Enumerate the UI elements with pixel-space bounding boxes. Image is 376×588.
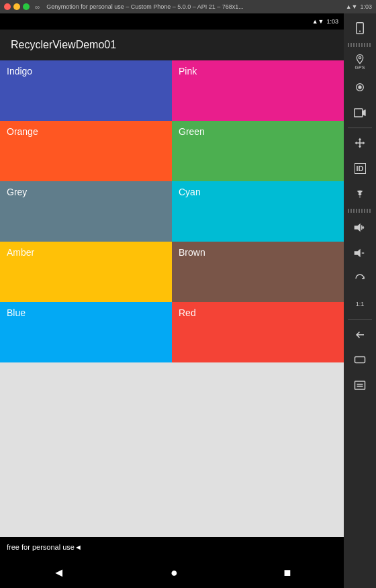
app-bar: RecyclerViewDemo01: [0, 30, 344, 60]
sidebar-phone-button[interactable]: [346, 16, 373, 40]
gps-label: GPS: [355, 65, 365, 70]
title-bar: ∞ Genymotion for personal use – Custom P…: [0, 0, 376, 13]
time-display: 1:03: [360, 3, 372, 10]
color-cell-cyan[interactable]: Cyan: [172, 181, 344, 242]
color-label-red: Red: [179, 307, 196, 318]
sidebar-move-button[interactable]: [346, 131, 373, 155]
genymotion-sidebar: GPS ID 1:1: [344, 13, 376, 588]
back-nav-button[interactable]: ◄: [53, 566, 65, 580]
svg-marker-10: [355, 249, 361, 257]
color-label-blue: Blue: [7, 307, 26, 318]
sidebar-vol-up-button[interactable]: [346, 215, 373, 240]
title-bar-left: ∞ Genymotion for personal use – Custom P…: [4, 3, 244, 11]
color-grid: Indigo Pink Orange Green Grey Cyan Amber…: [0, 60, 344, 362]
svg-rect-13: [355, 381, 365, 389]
status-bar: ▲▼ 1:03: [0, 13, 344, 30]
scale-icon: 1:1: [356, 301, 365, 307]
svg-rect-0: [357, 23, 364, 34]
color-cell-pink[interactable]: Pink: [172, 60, 344, 121]
recents-nav-button[interactable]: ■: [283, 566, 291, 580]
watermark-bar: free for personal use◄: [0, 537, 344, 557]
status-time: 1:03: [326, 18, 338, 25]
svg-rect-4: [355, 109, 363, 117]
close-button[interactable]: [4, 3, 11, 10]
color-cell-green[interactable]: Green: [172, 121, 344, 181]
app-title: RecyclerViewDemo01: [11, 39, 116, 51]
color-label-pink: Pink: [179, 66, 197, 77]
color-label-grey: Grey: [7, 187, 27, 197]
color-cell-amber[interactable]: Amber: [0, 242, 172, 302]
color-label-green: Green: [179, 126, 205, 137]
svg-point-3: [359, 86, 361, 89]
svg-marker-6: [355, 224, 361, 232]
sidebar-divider-top: [348, 43, 372, 47]
sidebar-gps-button[interactable]: GPS: [346, 50, 373, 74]
color-cell-brown[interactable]: Brown: [172, 242, 344, 302]
sidebar-home-button[interactable]: [346, 348, 373, 372]
wifi-status-icon: ▲▼: [346, 3, 358, 10]
minimize-button[interactable]: [13, 3, 20, 10]
sidebar-video-button[interactable]: [346, 101, 373, 125]
home-nav-button[interactable]: ●: [171, 566, 178, 580]
color-label-orange: Orange: [7, 126, 38, 137]
title-bar-right: ▲▼ 1:03: [346, 3, 372, 10]
sidebar-vol-down-button[interactable]: [346, 241, 373, 265]
empty-content-area: [0, 362, 344, 537]
window-title: Genymotion for personal use – Custom Pho…: [46, 3, 244, 10]
color-cell-red[interactable]: Red: [172, 302, 344, 362]
watermark-text: free for personal use◄: [7, 543, 82, 551]
color-label-cyan: Cyan: [179, 187, 201, 197]
sidebar-back-button[interactable]: [346, 322, 373, 346]
sidebar-rotate-button[interactable]: [346, 266, 373, 291]
color-cell-indigo[interactable]: Indigo: [0, 60, 172, 121]
sidebar-camera-button[interactable]: [346, 75, 373, 99]
color-label-amber: Amber: [7, 247, 34, 258]
phone-screen: ▲▼ 1:03 RecyclerViewDemo01 Indigo Pink O…: [0, 13, 344, 588]
sidebar-menu-button[interactable]: [346, 373, 373, 397]
sidebar-wifi-button[interactable]: [346, 182, 373, 206]
color-label-indigo: Indigo: [7, 66, 32, 77]
svg-rect-12: [355, 357, 365, 363]
color-cell-blue[interactable]: Blue: [0, 302, 172, 362]
infinity-icon: ∞: [35, 3, 40, 11]
sidebar-divider-3: [348, 319, 372, 320]
sidebar-id-button[interactable]: ID: [346, 156, 373, 181]
maximize-button[interactable]: [23, 3, 30, 10]
id-icon: ID: [355, 163, 366, 174]
sidebar-divider-2: [348, 209, 372, 213]
status-bar-icons: ▲▼ 1:03: [312, 18, 338, 25]
nav-bar[interactable]: ◄ ● ■: [0, 557, 344, 588]
signal-icon: ▲▼: [312, 18, 324, 25]
sidebar-divider-1: [348, 128, 372, 128]
sidebar-scale-button[interactable]: 1:1: [346, 292, 373, 316]
color-cell-orange[interactable]: Orange: [0, 121, 172, 181]
color-label-brown: Brown: [179, 247, 205, 258]
color-cell-grey[interactable]: Grey: [0, 181, 172, 242]
